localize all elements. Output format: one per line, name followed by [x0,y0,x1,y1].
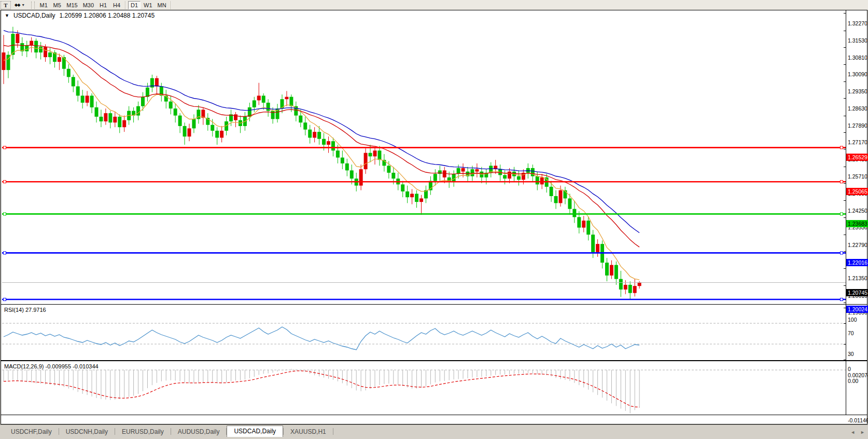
tab-USDCAD-Daily[interactable]: USDCAD,Daily [227,426,283,438]
macd-bar [556,370,556,378]
macd-bar [161,370,162,381]
rsi-axis-label: 100 [848,317,868,323]
slow-ma-line [4,31,639,233]
hline-handle[interactable] [841,298,843,301]
rsi-indicator-label: RSI(14) 27.9716 [4,307,46,313]
tab-scroll-left-button[interactable]: ◄ [850,430,855,435]
macd-bar [333,370,333,380]
macd-bar [166,370,166,380]
macd-bar [180,370,180,381]
candle-body [443,170,446,177]
candle-body [58,57,61,62]
candle-body [262,95,265,103]
hline-handle[interactable] [4,181,6,183]
text-tool-button[interactable]: T [1,1,11,9]
macd-bar [240,370,241,380]
symbol-collapse-icon[interactable]: ▼ [5,13,9,18]
hline-handle[interactable] [841,213,843,215]
macd-bar [407,370,408,388]
timeframe-button-M1[interactable]: M1 [37,1,50,9]
macd-bar [286,369,287,370]
macd-bar [338,370,338,381]
macd-bar [4,370,4,381]
tab-XAUUSD-H1[interactable]: XAUUSD,H1 [284,427,333,437]
dropdown-caret-icon: ▼ [21,3,25,7]
candle-body [220,131,223,138]
macd-bar [384,370,384,384]
hline-handle[interactable] [841,181,843,183]
candle-body [34,41,38,53]
candle-body [550,187,553,196]
candle-body [614,265,618,279]
macd-bar [64,370,64,387]
candle-body [289,97,293,106]
candle-body [536,176,539,185]
macd-bar [68,370,69,389]
timeframe-button-M15[interactable]: M15 [64,1,79,9]
macd-bar [291,369,291,370]
toolbar-separator [125,1,126,9]
macd-bar [537,370,538,374]
macd-bar [379,370,380,385]
timeframe-button-MN[interactable]: MN [156,1,169,9]
hline-handle[interactable] [4,298,6,301]
macd-bar [449,370,450,380]
timeframe-button-M30[interactable]: M30 [81,1,96,9]
candle-body [624,285,627,290]
candle-body [86,95,89,103]
tab-USDCNH-Daily[interactable]: USDCNH,Daily [59,427,115,437]
tab-scroll-right-button[interactable]: ► [860,430,865,435]
macd-bar [152,370,152,385]
macd-bar [277,370,278,372]
candle-body [373,150,377,156]
candle-body [577,217,581,227]
timeframe-button-W1[interactable]: W1 [142,1,155,9]
macd-bar [523,370,524,374]
macd-axis-label: -0.011462 [848,417,868,424]
timeframe-button-M5[interactable]: M5 [51,1,63,9]
macd-bar [509,370,510,374]
candle-body [313,132,316,138]
y-axis-tick-label: 1.25710 [848,173,868,180]
macd-bar [519,370,519,374]
tab-EURUSD-Daily[interactable]: EURUSD,Daily [115,427,171,437]
candle-body [572,209,576,217]
hline-handle[interactable] [4,252,6,254]
hline-handle[interactable] [4,146,6,149]
toolbar-grip[interactable] [31,2,35,9]
timeframe-button-D1[interactable]: D1 [128,1,141,9]
tab-AUDUSD-Daily[interactable]: AUDUSD,Daily [171,427,227,437]
main-panel-border [1,10,867,305]
macd-bar [221,370,222,383]
chart-canvas[interactable] [1,10,867,424]
candle-body [30,41,33,46]
tab-scroll-buttons: ◄ ► [850,430,865,435]
hline-handle[interactable] [841,146,843,149]
candle-body [364,153,368,170]
y-axis-tick-label: 1.24250 [848,208,868,214]
macd-bar [569,370,570,381]
candle-body [303,122,307,130]
macd-bar [328,370,329,379]
candle-body [76,86,80,95]
macd-axis-label: 0.00 [848,378,868,385]
chart-tab-bar: USDCHF,DailyUSDCNH,DailyEURUSD,DailyAUDU… [0,424,868,437]
candle-body [582,221,585,228]
candle-body [81,95,85,103]
objects-dropdown-button[interactable]: ◆◆ ▼ [12,1,27,9]
macd-bar [189,370,190,383]
macd-bar [217,370,217,383]
candle-body [2,52,6,70]
macd-bar [616,370,617,406]
macd-bar [263,370,264,374]
candle-body [419,198,423,202]
hline-handle[interactable] [841,252,843,254]
timeframe-button-H4[interactable]: H4 [110,1,123,9]
macd-bar [607,370,607,401]
macd-panel-border [1,361,867,415]
hline-handle[interactable] [4,213,6,215]
macd-bar [463,370,464,379]
timeframe-button-H1[interactable]: H1 [97,1,109,9]
candle-body [633,286,637,293]
tab-USDCHF-Daily[interactable]: USDCHF,Daily [4,427,59,437]
